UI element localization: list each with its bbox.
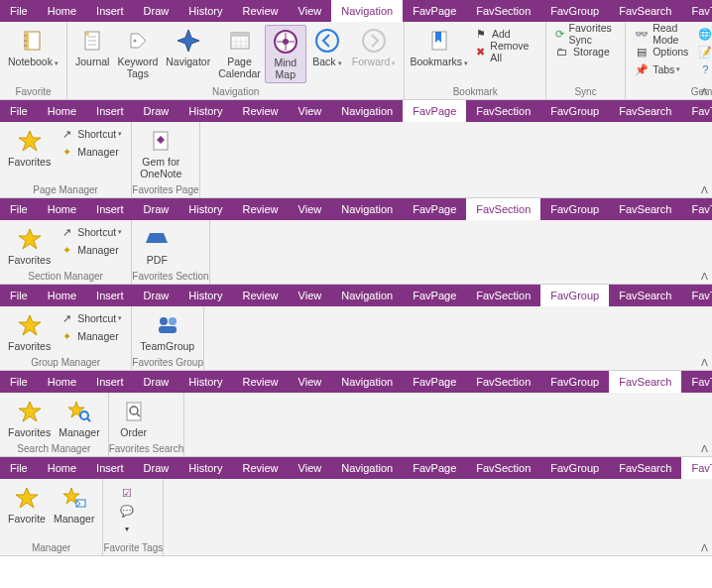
tab-navigation[interactable]: Navigation <box>331 0 403 22</box>
gem-button[interactable]: Gem for OneNote <box>136 125 185 181</box>
storage-button[interactable]: 🗀Storage <box>550 43 621 60</box>
tab-insert[interactable]: Insert <box>86 198 134 220</box>
shortcut-button[interactable]: ↗Shortcut▾ <box>55 125 127 143</box>
tab-history[interactable]: History <box>178 371 232 393</box>
keyword-tags-button[interactable]: Keyword Tags <box>113 25 162 83</box>
tab-insert[interactable]: Insert <box>86 285 134 306</box>
tab-favgroup[interactable]: FavGroup <box>540 198 609 220</box>
teamgroup-button[interactable]: TeamGroup <box>136 309 198 354</box>
tab-draw[interactable]: Draw <box>134 457 179 479</box>
favorite-button[interactable]: Favorite <box>4 482 50 539</box>
tab-history[interactable]: History <box>178 198 232 220</box>
tabs-button[interactable]: 📌Tabs▾ <box>630 60 693 78</box>
tab-favsection[interactable]: FavSection <box>466 285 540 306</box>
tab-home[interactable]: Home <box>38 371 86 393</box>
tab-favtag[interactable]: FavTag <box>681 371 712 393</box>
tab-favgroup[interactable]: FavGroup <box>540 100 609 122</box>
tab-favgroup[interactable]: FavGroup <box>540 371 609 393</box>
help-button[interactable]: ?Help▾ <box>693 60 712 78</box>
tab-favpage[interactable]: FavPage <box>403 198 466 220</box>
tab-favsearch[interactable]: FavSearch <box>609 198 681 220</box>
tab-favpage[interactable]: FavPage <box>403 457 466 479</box>
collapse-ribbon-button[interactable]: ᐱ <box>701 184 708 195</box>
tab-home[interactable]: Home <box>38 457 86 479</box>
tab-draw[interactable]: Draw <box>134 198 179 220</box>
tab-home[interactable]: Home <box>38 100 86 122</box>
tab-insert[interactable]: Insert <box>86 371 134 393</box>
tab-home[interactable]: Home <box>38 0 86 22</box>
tab-history[interactable]: History <box>178 100 232 122</box>
more-tags-button[interactable]: ▾ <box>115 520 143 537</box>
tab-favtag[interactable]: FavTag <box>681 198 712 220</box>
order-button[interactable]: Order <box>113 396 155 440</box>
tab-navigation[interactable]: Navigation <box>331 198 403 220</box>
tab-history[interactable]: History <box>178 0 232 22</box>
tab-review[interactable]: Review <box>233 285 289 306</box>
notebook-button[interactable]: Notebook▾ <box>4 25 62 83</box>
tab-view[interactable]: View <box>289 371 332 393</box>
mindmap-button[interactable]: Mind Map <box>265 25 306 83</box>
language-button[interactable]: 🌐Language▾ <box>693 25 712 43</box>
manager-button[interactable]: ✦Manager <box>55 327 127 345</box>
collapse-ribbon-button[interactable]: ᐱ <box>701 271 708 282</box>
tab-review[interactable]: Review <box>233 457 289 479</box>
tab-insert[interactable]: Insert <box>86 100 134 122</box>
collapse-ribbon-button[interactable]: ᐱ <box>701 86 708 97</box>
tab-navigation[interactable]: Navigation <box>331 371 403 393</box>
tab-favtag[interactable]: FavTag <box>681 457 712 479</box>
tab-favtag[interactable]: FavTag <box>681 285 712 306</box>
pdf-button[interactable]: PDF <box>136 223 178 268</box>
tab-history[interactable]: History <box>178 457 232 479</box>
tab-favpage[interactable]: FavPage <box>403 371 466 393</box>
tab-favsection[interactable]: FavSection <box>466 371 540 393</box>
tab-file[interactable]: File <box>0 285 38 306</box>
tab-favsection[interactable]: FavSection <box>466 100 540 122</box>
favorites-sync-button[interactable]: ⟳Favorites Sync <box>550 25 621 43</box>
tab-insert[interactable]: Insert <box>86 0 134 22</box>
favorites-button[interactable]: Favorites <box>4 309 55 354</box>
tab-review[interactable]: Review <box>233 198 289 220</box>
forward-button[interactable]: Forward▾ <box>348 25 401 83</box>
navigator-button[interactable]: Navigator <box>162 25 214 83</box>
page-calendar-button[interactable]: Page Calendar <box>214 25 265 83</box>
collapse-ribbon-button[interactable]: ᐱ <box>701 443 708 454</box>
tab-file[interactable]: File <box>0 100 38 122</box>
tab-favsection[interactable]: FavSection <box>466 198 540 220</box>
collapse-ribbon-button[interactable]: ᐱ <box>701 542 708 553</box>
shortcut-button[interactable]: ↗Shortcut▾ <box>55 223 127 241</box>
tab-favpage[interactable]: FavPage <box>403 100 466 122</box>
shortcut-button[interactable]: ↗Shortcut▾ <box>55 309 127 327</box>
bookmarks-button[interactable]: Bookmarks▾ <box>409 25 469 83</box>
tab-favsearch[interactable]: FavSearch <box>609 0 681 22</box>
tab-favsearch[interactable]: FavSearch <box>609 457 681 479</box>
tab-view[interactable]: View <box>289 457 332 479</box>
tab-navigation[interactable]: Navigation <box>331 457 403 479</box>
tab-draw[interactable]: Draw <box>134 371 179 393</box>
tab-favtag[interactable]: FavTag <box>681 100 712 122</box>
checkbox-tag-button[interactable]: ☑ <box>115 484 143 502</box>
tab-favsection[interactable]: FavSection <box>466 457 540 479</box>
tab-navigation[interactable]: Navigation <box>331 285 403 306</box>
journal-button[interactable]: Journal <box>71 25 113 83</box>
register-button[interactable]: 📝Register <box>693 43 712 60</box>
tab-favsearch[interactable]: FavSearch <box>609 285 681 306</box>
tab-favsearch[interactable]: FavSearch <box>609 100 681 122</box>
remove-all-button[interactable]: ✖Remove All <box>469 43 541 60</box>
tab-file[interactable]: File <box>0 0 38 22</box>
tab-view[interactable]: View <box>289 198 332 220</box>
tab-view[interactable]: View <box>289 0 332 22</box>
favorites-button[interactable]: Favorites <box>4 125 55 181</box>
tab-favpage[interactable]: FavPage <box>403 0 466 22</box>
tab-view[interactable]: View <box>289 100 332 122</box>
tab-favsearch[interactable]: FavSearch <box>609 371 681 393</box>
tab-favgroup[interactable]: FavGroup <box>540 285 609 306</box>
favorites-button[interactable]: Favorites <box>4 223 55 268</box>
tab-home[interactable]: Home <box>38 198 86 220</box>
manager-button[interactable]: ✦Manager <box>55 143 127 161</box>
collapse-ribbon-button[interactable]: ᐱ <box>701 357 708 368</box>
options-button[interactable]: ▤Options <box>630 43 693 60</box>
manager-button[interactable]: Manager <box>50 482 98 539</box>
tab-draw[interactable]: Draw <box>134 100 179 122</box>
tab-draw[interactable]: Draw <box>134 0 179 22</box>
tab-favgroup[interactable]: FavGroup <box>540 0 609 22</box>
